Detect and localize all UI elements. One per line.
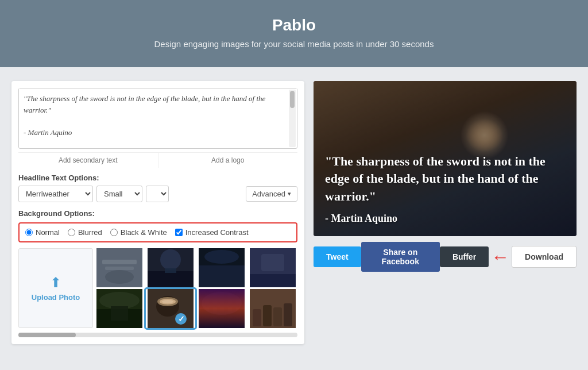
preview-text: "The sharpness of the sword is not in th… xyxy=(314,141,577,236)
svg-rect-7 xyxy=(165,268,176,273)
preview-author: - Martin Aquino xyxy=(325,213,565,225)
app-subtitle: Design engaging images for your social m… xyxy=(11,39,577,49)
photo-thumb-3[interactable] xyxy=(197,248,246,287)
svg-rect-33 xyxy=(284,303,292,326)
facebook-button[interactable]: Share on Facebook xyxy=(361,242,440,272)
chevron-down-icon: ▾ xyxy=(288,190,291,198)
svg-rect-28 xyxy=(199,289,245,328)
filter-bw-label: Black & White xyxy=(121,228,167,237)
font-size-select[interactable]: Small Medium Large xyxy=(96,186,142,202)
photo-thumb-2[interactable] xyxy=(146,248,195,287)
photo-thumb-4[interactable] xyxy=(248,248,297,287)
svg-text:✓: ✓ xyxy=(178,314,185,323)
scrollbar-thumb-h xyxy=(18,333,76,337)
filter-contrast-checkbox[interactable] xyxy=(175,229,183,236)
filter-contrast-label: Increased Contrast xyxy=(185,228,249,237)
svg-point-10 xyxy=(204,250,239,264)
header: Pablo Design engaging images for your so… xyxy=(0,0,588,67)
font-controls: Merriweather Arial Georgia Small Medium … xyxy=(18,186,297,202)
red-arrow-icon: ← xyxy=(491,246,509,268)
photo-grid: ⬆ Upload Photo xyxy=(18,248,297,328)
photo-thumb-8[interactable] xyxy=(248,289,297,328)
filter-normal-label: Normal xyxy=(36,228,60,237)
svg-rect-30 xyxy=(253,309,261,326)
headline-label: Headline Text Options: xyxy=(18,174,297,182)
svg-rect-5 xyxy=(148,271,194,287)
add-secondary-text-tab[interactable]: Add secondary text xyxy=(18,153,158,168)
action-row: Tweet Share on Facebook Buffer ← Downloa… xyxy=(314,242,577,272)
background-label: Background Options: xyxy=(18,209,297,218)
secondary-tabs: Add secondary text Add a logo xyxy=(18,152,297,168)
add-logo-tab[interactable]: Add a logo xyxy=(158,153,298,168)
svg-rect-9 xyxy=(199,265,245,287)
preview-quote: "The sharpness of the sword is not in th… xyxy=(325,153,565,206)
filter-normal-option[interactable]: Normal xyxy=(25,228,60,237)
svg-point-6 xyxy=(160,249,181,270)
svg-point-22 xyxy=(162,300,173,303)
advanced-label: Advanced xyxy=(252,190,285,198)
download-button[interactable]: Download xyxy=(512,246,577,268)
main-text-input[interactable]: "The sharpness of the sword is not in th… xyxy=(19,88,297,146)
font-family-select[interactable]: Merriweather Arial Georgia xyxy=(18,186,93,202)
buffer-button[interactable]: Buffer xyxy=(440,246,489,267)
preview-image: "The sharpness of the sword is not in th… xyxy=(314,81,577,236)
upload-icon: ⬆ xyxy=(50,275,61,291)
svg-rect-13 xyxy=(261,254,284,271)
filter-contrast-option[interactable]: Increased Contrast xyxy=(175,228,249,237)
textarea-scrollbar[interactable] xyxy=(289,90,296,147)
background-filter-row: Normal Blurred Black & White Increased C… xyxy=(18,222,297,242)
photo-thumb-5[interactable] xyxy=(95,289,144,328)
svg-rect-32 xyxy=(273,307,282,326)
right-panel: "The sharpness of the sword is not in th… xyxy=(314,81,577,344)
filter-normal-radio[interactable] xyxy=(25,229,33,236)
photo-thumb-6[interactable]: ✓ xyxy=(146,289,195,328)
svg-rect-17 xyxy=(111,306,128,321)
tweet-button[interactable]: Tweet xyxy=(314,246,361,267)
svg-rect-31 xyxy=(263,305,272,326)
advanced-button[interactable]: Advanced ▾ xyxy=(246,186,297,202)
filter-bw-radio[interactable] xyxy=(110,229,118,236)
filter-blurred-radio[interactable] xyxy=(68,229,75,236)
svg-point-3 xyxy=(105,270,134,284)
upload-photo-text: Upload Photo xyxy=(32,293,80,302)
photo-thumb-1[interactable] xyxy=(95,248,144,287)
filter-blurred-label: Blurred xyxy=(78,228,102,237)
svg-rect-2 xyxy=(105,267,134,270)
font-color-select[interactable]: ▼ xyxy=(146,186,169,202)
upload-photo-cell[interactable]: ⬆ Upload Photo xyxy=(18,248,93,328)
svg-rect-12 xyxy=(250,274,296,287)
app-title: Pablo xyxy=(11,16,577,34)
horizontal-scrollbar[interactable] xyxy=(18,333,297,337)
text-area-wrapper: "The sharpness of the sword is not in th… xyxy=(18,88,297,149)
filter-bw-option[interactable]: Black & White xyxy=(110,228,167,237)
left-panel: "The sharpness of the sword is not in th… xyxy=(11,81,304,344)
scrollbar-thumb xyxy=(290,91,295,108)
photo-thumb-7[interactable] xyxy=(197,289,246,328)
filter-blurred-option[interactable]: Blurred xyxy=(68,228,102,237)
svg-rect-1 xyxy=(102,260,137,264)
